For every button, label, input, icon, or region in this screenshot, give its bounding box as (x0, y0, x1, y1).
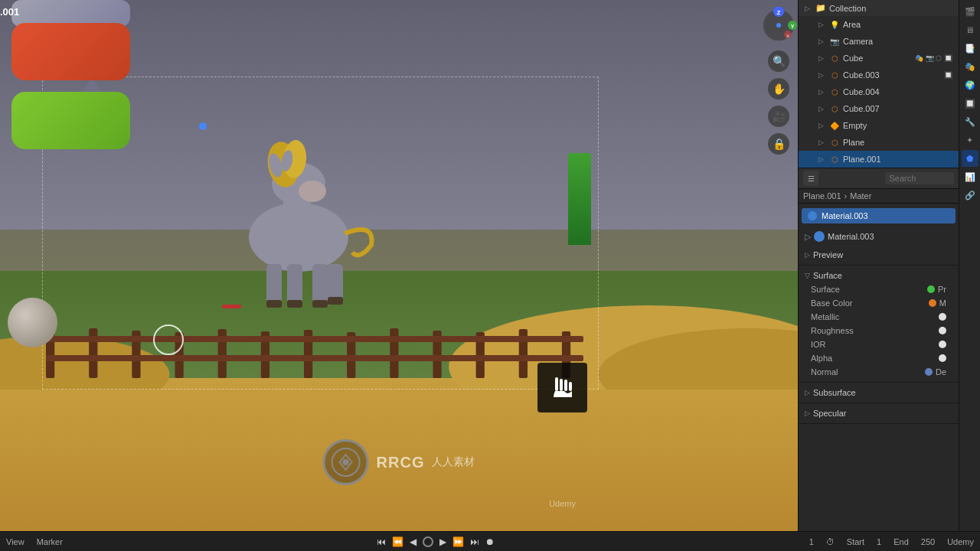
prop-value-metallic[interactable] (939, 313, 946, 321)
properties-panel: ☰ Plane.001 › Mater Material.003 (799, 168, 959, 531)
world-properties-icon[interactable]: 🌍 (962, 77, 978, 93)
breadcrumb-sep: › (844, 191, 848, 201)
surface-section: ▽ Surface Surface Pr Base Color (799, 266, 959, 383)
outliner-item-camera[interactable]: ▷ 📷 Camera (799, 33, 959, 50)
donkey-character (199, 92, 398, 321)
specular-header[interactable]: ▷ Specular (805, 406, 952, 420)
plant-object (568, 153, 591, 245)
sphere-object (8, 298, 57, 347)
node-expand-arrow[interactable]: ▷ (805, 232, 811, 242)
object-properties-icon[interactable]: 🔲 (962, 95, 978, 112)
plane-expand[interactable]: ▷ (818, 139, 826, 146)
color-swatch-red (11, 23, 130, 80)
marker-label[interactable]: Marker (37, 537, 63, 546)
zoom-button[interactable]: 🔍 (768, 51, 789, 72)
cube003-expand[interactable]: ▷ (818, 71, 826, 79)
view-label[interactable]: View (6, 537, 24, 546)
outliner-item-cube004[interactable]: ▷ ⬡ Cube.004 (799, 83, 959, 100)
prop-row-surface: Surface Pr (805, 282, 952, 296)
cube004-icon: ⬡ (829, 86, 840, 97)
svg-rect-1 (89, 328, 97, 378)
fence-object (46, 317, 583, 378)
play-back-keyframe[interactable]: ⏪ (392, 536, 403, 547)
prop-value-alpha[interactable] (939, 354, 946, 362)
end-value[interactable]: 250 (921, 537, 935, 546)
prop-value-surface[interactable]: Pr (927, 285, 946, 294)
lock-button[interactable]: 🔒 (768, 133, 789, 155)
cube-expand[interactable]: ▷ (818, 54, 826, 62)
frame-current-label: 1 (809, 537, 814, 546)
udemy-status-label: Udemy (947, 537, 974, 546)
prop-value-roughness[interactable] (939, 327, 946, 334)
collection-expand-icon[interactable]: ▷ (805, 5, 812, 12)
cube007-icon: ⬡ (829, 103, 840, 114)
outliner-item-plane001[interactable]: ▷ ⬡ Plane.001 (799, 151, 959, 168)
start-value[interactable]: 1 (877, 537, 881, 546)
outliner-item-empty[interactable]: ▷ 🔶 Empty (799, 117, 959, 134)
cube007-expand[interactable]: ▷ (818, 105, 826, 112)
plane001-expand[interactable]: ▷ (818, 155, 826, 163)
play-next-keyframe[interactable]: ⏩ (452, 536, 464, 547)
constraint-icon[interactable]: 🔗 (962, 187, 978, 204)
scene-properties-icon[interactable]: 🎭 (962, 58, 978, 75)
prop-value-normal[interactable]: De (925, 367, 946, 377)
outliner-item-area[interactable]: ▷ 💡 Area (799, 16, 959, 33)
modifier-properties-icon[interactable]: 🔧 (962, 113, 978, 130)
viewport-3d[interactable]: .001 (0, 0, 798, 531)
area-expand[interactable]: ▷ (818, 21, 826, 28)
outliner-collection-label: Collection (829, 4, 866, 13)
svg-rect-40 (569, 382, 572, 391)
subsurface-header[interactable]: ▷ Subsurface (805, 386, 952, 399)
camera-expand[interactable]: ▷ (818, 37, 826, 45)
basecolor-dot (929, 299, 936, 307)
view-layer-icon[interactable]: 📑 (962, 40, 978, 57)
play-back[interactable]: ◀ (410, 536, 416, 547)
specular-arrow: ▷ (805, 409, 810, 417)
camera-icon: 📷 (829, 36, 840, 47)
data-properties-icon[interactable]: 📊 (962, 168, 978, 185)
prop-label-ior: IOR (811, 340, 826, 349)
prop-value-ior[interactable] (939, 341, 946, 348)
svg-rect-14 (46, 355, 583, 361)
play-jump-end[interactable]: ⏭ (470, 536, 479, 547)
svg-rect-8 (390, 328, 398, 378)
material-properties-icon[interactable]: ⬟ (962, 150, 978, 167)
outliner-item-cube003[interactable]: ▷ ⬡ Cube.003 🔲 (799, 67, 959, 83)
hand-tool-indicator[interactable] (537, 363, 587, 412)
svg-point-50 (343, 459, 349, 465)
outliner-item-plane[interactable]: ▷ ⬡ Plane (799, 134, 959, 151)
prop-label-roughness: Roughness (811, 326, 854, 335)
play-forward[interactable]: ▶ (439, 536, 446, 547)
svg-point-48 (776, 23, 781, 28)
play-jump-start[interactable]: ⏮ (377, 536, 386, 547)
cube004-expand[interactable]: ▷ (818, 88, 826, 96)
end-label: End (893, 537, 909, 546)
svg-rect-27 (312, 264, 328, 306)
empty-expand[interactable]: ▷ (818, 122, 826, 129)
preview-section: ▷ Preview (799, 245, 959, 266)
cube007-label: Cube.007 (843, 104, 880, 113)
prop-label-basecolor: Base Color (811, 298, 852, 308)
surface-header[interactable]: ▽ Surface (805, 269, 952, 282)
prop-value-basecolor[interactable]: M (929, 298, 946, 308)
pan-button[interactable]: ✋ (768, 78, 789, 99)
right-sidebar: ▷ 📁 Collection ▷ 💡 Area ▷ 📷 Camera (798, 0, 959, 531)
render-properties-icon[interactable]: 🎬 (962, 3, 978, 20)
prop-label-surface: Surface (811, 285, 840, 294)
outliner-item-cube[interactable]: ▷ ⬡ Cube 🎭 📷 ⬡ 🔲 (799, 50, 959, 67)
material-color-dot (808, 211, 817, 220)
basecolor-val: M (939, 298, 946, 308)
camera-button[interactable]: 🎥 (768, 106, 789, 127)
preview-header[interactable]: ▷ Preview (805, 248, 952, 262)
particles-icon[interactable]: ✦ (962, 132, 978, 148)
material-item-003[interactable]: Material.003 (802, 208, 956, 223)
output-properties-icon[interactable]: 🖥 (962, 21, 978, 38)
frame-indicator (423, 536, 433, 547)
prop-row-basecolor: Base Color M (805, 296, 952, 310)
properties-mode-btn[interactable]: ☰ (803, 171, 818, 186)
record-btn[interactable]: ⏺ (485, 536, 495, 547)
properties-search[interactable] (885, 172, 955, 184)
navigation-gizmo[interactable]: Z Y X (760, 6, 798, 44)
surface-dot (927, 285, 935, 293)
outliner-item-cube007[interactable]: ▷ ⬡ Cube.007 (799, 100, 959, 117)
